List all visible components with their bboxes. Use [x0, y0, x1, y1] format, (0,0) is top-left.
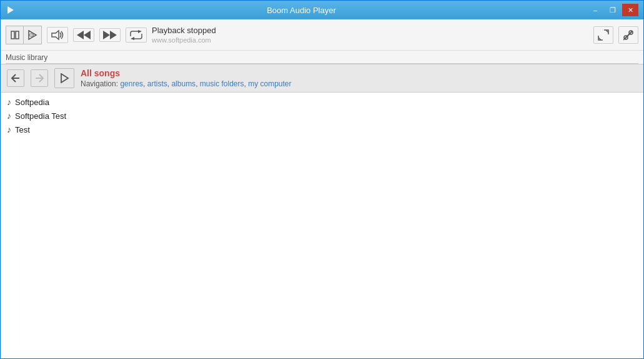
svg-line-13 [625, 31, 632, 39]
panel-left-button[interactable] [6, 26, 24, 44]
toolbar-center: Playback stopped www.softpedia.com [152, 26, 588, 44]
song-name: Softpedia [15, 98, 49, 107]
list-item[interactable]: ♪ Test [1, 123, 643, 136]
svg-marker-6 [77, 31, 84, 39]
current-view-title: All songs [81, 68, 292, 78]
music-library-section: Music library [1, 51, 643, 64]
song-name: Test [15, 125, 30, 134]
song-icon: ♪ [7, 97, 11, 107]
navigation-links: Navigation: genres, artists, albums, mus… [81, 79, 292, 88]
forward-button[interactable] [31, 69, 48, 87]
panel-right-button[interactable] [24, 26, 41, 44]
repeat-button[interactable] [126, 28, 147, 43]
nav-link-music-folders[interactable]: music folders [200, 79, 244, 88]
title-bar: Boom Audio Player – ❐ ✕ [1, 1, 643, 19]
restore-button[interactable]: ❐ [605, 4, 621, 16]
title-controls: – ❐ ✕ [587, 4, 638, 16]
close-button[interactable]: ✕ [622, 4, 638, 16]
fullscreen-button[interactable] [593, 26, 613, 44]
song-icon: ♪ [7, 111, 11, 121]
song-icon: ♪ [7, 124, 11, 134]
skip-back-button[interactable] [73, 28, 94, 42]
music-library-label: Music library [6, 53, 47, 62]
play-button[interactable] [54, 68, 74, 88]
minimize-button[interactable]: – [587, 4, 603, 16]
nav-link-albums[interactable]: albums [171, 79, 196, 88]
svg-rect-1 [11, 31, 14, 39]
back-button[interactable] [7, 69, 24, 87]
playback-status: Playback stopped [152, 26, 588, 35]
svg-marker-10 [131, 37, 134, 40]
nav-prefix: Navigation: [81, 79, 120, 88]
svg-marker-4 [52, 31, 59, 39]
nav-link-genres[interactable]: genres [120, 79, 143, 88]
nav-bar: All songs Navigation: genres, artists, a… [1, 64, 643, 93]
svg-marker-5 [84, 31, 91, 39]
window-title: Boom Audio Player [16, 6, 587, 15]
main-window: Boom Audio Player – ❐ ✕ [0, 0, 644, 359]
nav-link-my-computer[interactable]: my computer [248, 79, 291, 88]
nav-info: All songs Navigation: genres, artists, a… [81, 68, 292, 88]
svg-line-16 [623, 38, 625, 40]
panel-toggle-group [6, 26, 42, 44]
app-icon [6, 5, 16, 15]
svg-marker-0 [7, 6, 14, 14]
svg-marker-3 [29, 31, 36, 39]
svg-rect-2 [16, 31, 19, 39]
list-item[interactable]: ♪ Softpedia Test [1, 109, 643, 123]
svg-marker-8 [110, 31, 117, 39]
list-item[interactable]: ♪ Softpedia [1, 95, 643, 109]
nav-link-artists[interactable]: artists [147, 79, 167, 88]
svg-marker-7 [103, 31, 110, 39]
watermark-text: www.softpedia.com [152, 36, 588, 44]
song-name: Softpedia Test [15, 111, 66, 121]
svg-marker-9 [138, 30, 142, 33]
volume-button[interactable] [47, 27, 68, 43]
settings-button[interactable] [618, 26, 638, 44]
content-area[interactable]: ♪ Softpedia ♪ Softpedia Test ♪ Test [1, 93, 643, 358]
svg-marker-19 [61, 74, 68, 83]
toolbar: Playback stopped www.softpedia.com [1, 19, 643, 51]
skip-forward-button[interactable] [99, 28, 121, 42]
toolbar-right [593, 26, 638, 44]
